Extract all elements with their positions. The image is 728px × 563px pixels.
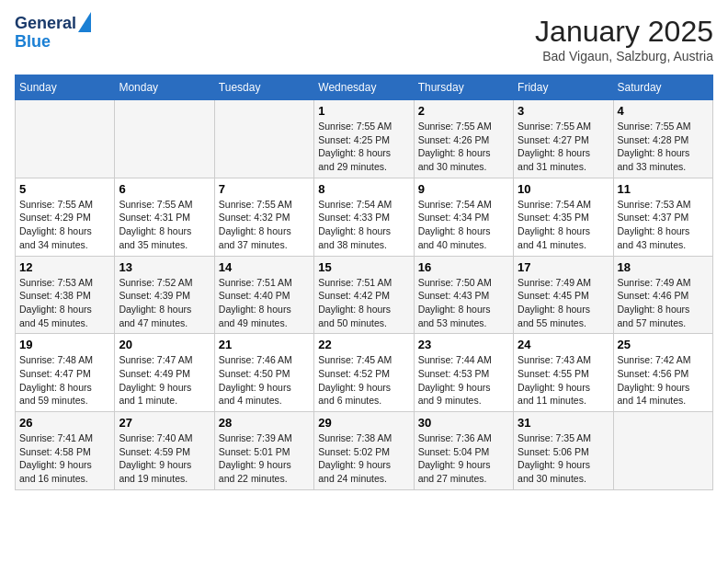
day-info-text: Sunrise: 7:55 AMSunset: 4:29 PMDaylight:… [19, 198, 110, 252]
day-number: 11 [618, 182, 709, 196]
calendar-day-22: 22Sunrise: 7:45 AMSunset: 4:52 PMDayligh… [314, 334, 414, 412]
calendar-empty-cell [16, 100, 115, 178]
calendar-day-6: 6Sunrise: 7:55 AMSunset: 4:31 PMDaylight… [115, 178, 214, 256]
logo: General Blue [15, 15, 91, 52]
calendar-day-11: 11Sunrise: 7:53 AMSunset: 4:37 PMDayligh… [613, 178, 712, 256]
calendar-day-20: 20Sunrise: 7:47 AMSunset: 4:49 PMDayligh… [115, 334, 214, 412]
weekday-header-saturday: Saturday [613, 75, 712, 100]
day-number: 7 [219, 182, 310, 196]
day-info-text: Sunrise: 7:39 AMSunset: 5:01 PMDaylight:… [219, 431, 310, 486]
day-number: 14 [219, 260, 310, 274]
logo-triangle-icon [78, 12, 91, 32]
calendar-day-12: 12Sunrise: 7:53 AMSunset: 4:38 PMDayligh… [16, 256, 115, 334]
day-number: 31 [518, 416, 609, 430]
day-number: 28 [219, 416, 310, 430]
calendar-day-3: 3Sunrise: 7:55 AMSunset: 4:27 PMDaylight… [514, 100, 613, 178]
day-number: 2 [418, 104, 509, 118]
day-info-text: Sunrise: 7:47 AMSunset: 4:49 PMDaylight:… [119, 353, 210, 408]
title-block: January 2025 Bad Vigaun, Salzburg, Austr… [535, 15, 713, 63]
day-info-text: Sunrise: 7:45 AMSunset: 4:52 PMDaylight:… [318, 353, 409, 408]
calendar-header-row: SundayMondayTuesdayWednesdayThursdayFrid… [16, 75, 713, 100]
calendar-day-29: 29Sunrise: 7:38 AMSunset: 5:02 PMDayligh… [314, 412, 414, 490]
day-info-text: Sunrise: 7:55 AMSunset: 4:32 PMDaylight:… [219, 198, 310, 252]
calendar-week-row: 12Sunrise: 7:53 AMSunset: 4:38 PMDayligh… [16, 256, 713, 334]
day-info-text: Sunrise: 7:44 AMSunset: 4:53 PMDaylight:… [418, 353, 509, 408]
calendar-day-19: 19Sunrise: 7:48 AMSunset: 4:47 PMDayligh… [16, 334, 115, 412]
day-info-text: Sunrise: 7:53 AMSunset: 4:37 PMDaylight:… [618, 198, 709, 252]
day-number: 23 [418, 338, 509, 351]
calendar-day-4: 4Sunrise: 7:55 AMSunset: 4:28 PMDaylight… [613, 100, 712, 178]
day-number: 8 [318, 182, 409, 196]
calendar-day-27: 27Sunrise: 7:40 AMSunset: 4:59 PMDayligh… [115, 412, 214, 490]
calendar-day-2: 2Sunrise: 7:55 AMSunset: 4:26 PMDaylight… [414, 100, 513, 178]
day-info-text: Sunrise: 7:42 AMSunset: 4:56 PMDaylight:… [618, 353, 709, 408]
month-year-title: January 2025 [535, 15, 713, 49]
day-info-text: Sunrise: 7:48 AMSunset: 4:47 PMDaylight:… [19, 353, 110, 408]
day-info-text: Sunrise: 7:54 AMSunset: 4:33 PMDaylight:… [318, 198, 409, 252]
weekday-header-thursday: Thursday [414, 75, 513, 100]
day-info-text: Sunrise: 7:54 AMSunset: 4:34 PMDaylight:… [418, 198, 509, 252]
day-info-text: Sunrise: 7:36 AMSunset: 5:04 PMDaylight:… [418, 431, 509, 486]
day-info-text: Sunrise: 7:55 AMSunset: 4:31 PMDaylight:… [119, 198, 210, 252]
calendar-day-30: 30Sunrise: 7:36 AMSunset: 5:04 PMDayligh… [414, 412, 513, 490]
day-info-text: Sunrise: 7:35 AMSunset: 5:06 PMDaylight:… [518, 431, 609, 486]
day-number: 21 [219, 338, 310, 351]
day-number: 22 [318, 338, 409, 351]
weekday-header-wednesday: Wednesday [314, 75, 414, 100]
day-number: 10 [518, 182, 609, 196]
day-info-text: Sunrise: 7:55 AMSunset: 4:25 PMDaylight:… [318, 120, 409, 174]
day-number: 17 [518, 260, 609, 274]
calendar-day-9: 9Sunrise: 7:54 AMSunset: 4:34 PMDaylight… [414, 178, 513, 256]
day-number: 25 [618, 338, 709, 351]
calendar-day-25: 25Sunrise: 7:42 AMSunset: 4:56 PMDayligh… [613, 334, 712, 412]
calendar-day-31: 31Sunrise: 7:35 AMSunset: 5:06 PMDayligh… [514, 412, 613, 490]
day-number: 3 [518, 104, 609, 118]
day-number: 18 [618, 260, 709, 274]
calendar-day-24: 24Sunrise: 7:43 AMSunset: 4:55 PMDayligh… [514, 334, 613, 412]
page-header: General Blue January 2025 Bad Vigaun, Sa… [15, 15, 713, 63]
weekday-header-friday: Friday [514, 75, 613, 100]
calendar-week-row: 1Sunrise: 7:55 AMSunset: 4:25 PMDaylight… [16, 100, 713, 178]
day-info-text: Sunrise: 7:41 AMSunset: 4:58 PMDaylight:… [19, 431, 110, 486]
weekday-header-sunday: Sunday [16, 75, 115, 100]
day-number: 1 [318, 104, 409, 118]
calendar-empty-cell [214, 100, 313, 178]
weekday-header-monday: Monday [115, 75, 214, 100]
day-number: 13 [119, 260, 210, 274]
calendar-day-5: 5Sunrise: 7:55 AMSunset: 4:29 PMDaylight… [16, 178, 115, 256]
day-info-text: Sunrise: 7:43 AMSunset: 4:55 PMDaylight:… [518, 353, 609, 408]
day-info-text: Sunrise: 7:50 AMSunset: 4:43 PMDaylight:… [418, 276, 509, 330]
calendar-day-26: 26Sunrise: 7:41 AMSunset: 4:58 PMDayligh… [16, 412, 115, 490]
day-number: 27 [119, 416, 210, 430]
day-number: 29 [318, 416, 409, 430]
day-number: 5 [19, 182, 110, 196]
calendar-empty-cell [115, 100, 214, 178]
day-info-text: Sunrise: 7:51 AMSunset: 4:42 PMDaylight:… [318, 276, 409, 330]
calendar-day-21: 21Sunrise: 7:46 AMSunset: 4:50 PMDayligh… [214, 334, 313, 412]
day-info-text: Sunrise: 7:55 AMSunset: 4:26 PMDaylight:… [418, 120, 509, 174]
logo-text-blue: Blue [15, 33, 51, 52]
day-info-text: Sunrise: 7:40 AMSunset: 4:59 PMDaylight:… [119, 431, 210, 486]
calendar-day-1: 1Sunrise: 7:55 AMSunset: 4:25 PMDaylight… [314, 100, 414, 178]
calendar-day-28: 28Sunrise: 7:39 AMSunset: 5:01 PMDayligh… [214, 412, 313, 490]
calendar-day-13: 13Sunrise: 7:52 AMSunset: 4:39 PMDayligh… [115, 256, 214, 334]
day-info-text: Sunrise: 7:52 AMSunset: 4:39 PMDaylight:… [119, 276, 210, 330]
day-info-text: Sunrise: 7:49 AMSunset: 4:46 PMDaylight:… [618, 276, 709, 330]
calendar-day-23: 23Sunrise: 7:44 AMSunset: 4:53 PMDayligh… [414, 334, 513, 412]
day-number: 19 [19, 338, 110, 351]
logo-text-general: General [15, 15, 76, 33]
calendar-table: SundayMondayTuesdayWednesdayThursdayFrid… [15, 75, 713, 490]
day-info-text: Sunrise: 7:54 AMSunset: 4:35 PMDaylight:… [518, 198, 609, 252]
day-number: 12 [19, 260, 110, 274]
day-info-text: Sunrise: 7:46 AMSunset: 4:50 PMDaylight:… [219, 353, 310, 408]
day-number: 6 [119, 182, 210, 196]
calendar-day-15: 15Sunrise: 7:51 AMSunset: 4:42 PMDayligh… [314, 256, 414, 334]
day-info-text: Sunrise: 7:49 AMSunset: 4:45 PMDaylight:… [518, 276, 609, 330]
day-info-text: Sunrise: 7:38 AMSunset: 5:02 PMDaylight:… [318, 431, 409, 486]
calendar-empty-cell [613, 412, 712, 490]
weekday-header-tuesday: Tuesday [214, 75, 313, 100]
calendar-day-17: 17Sunrise: 7:49 AMSunset: 4:45 PMDayligh… [514, 256, 613, 334]
calendar-day-18: 18Sunrise: 7:49 AMSunset: 4:46 PMDayligh… [613, 256, 712, 334]
day-info-text: Sunrise: 7:53 AMSunset: 4:38 PMDaylight:… [19, 276, 110, 330]
day-number: 30 [418, 416, 509, 430]
